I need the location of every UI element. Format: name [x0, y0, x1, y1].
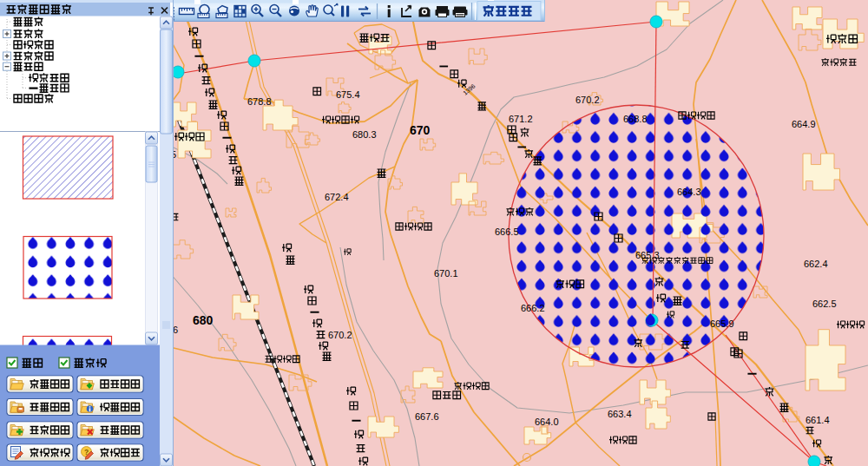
svg-text:661.4: 661.4: [806, 415, 830, 425]
svg-text:680.3: 680.3: [352, 129, 377, 140]
svg-text:662.5: 662.5: [812, 299, 837, 309]
svg-text:664.3: 664.3: [677, 187, 701, 197]
svg-text:670: 670: [410, 123, 431, 137]
svg-text:664.9: 664.9: [792, 119, 816, 129]
svg-text:672.4: 672.4: [325, 192, 349, 202]
svg-text:663.4: 663.4: [608, 409, 632, 419]
svg-text:662.4: 662.4: [804, 259, 828, 269]
svg-text:678.8: 678.8: [247, 96, 272, 107]
svg-text:671.2: 671.2: [509, 114, 533, 124]
svg-text:668.8: 668.8: [623, 114, 648, 124]
svg-text:675.4: 675.4: [336, 89, 360, 100]
svg-text:680: 680: [193, 313, 214, 327]
svg-text:667.6: 667.6: [415, 411, 439, 422]
svg-text:664.0: 664.0: [535, 417, 559, 427]
svg-text:666.2: 666.2: [521, 303, 545, 313]
svg-text:670.2: 670.2: [575, 95, 600, 105]
svg-text:665.9: 665.9: [710, 318, 734, 329]
svg-text:670.2: 670.2: [328, 330, 352, 340]
svg-text:666.5: 666.5: [495, 226, 519, 237]
svg-text:670.1: 670.1: [434, 268, 458, 279]
